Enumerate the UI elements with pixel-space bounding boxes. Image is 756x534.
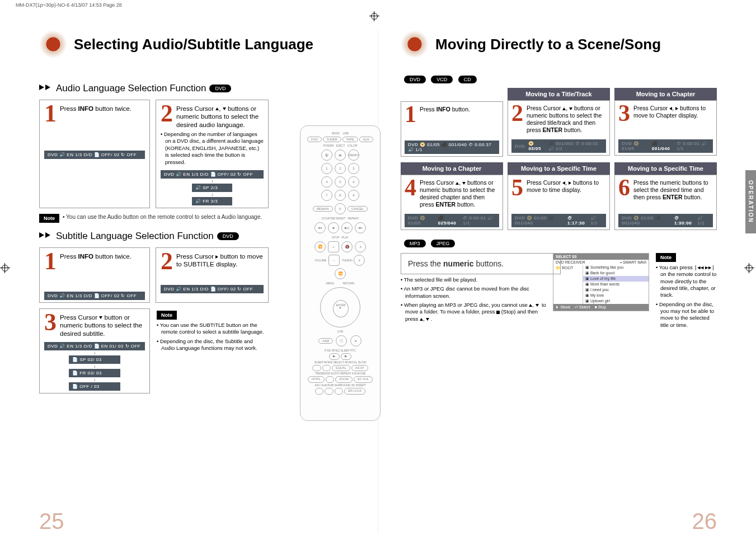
osd-display: DVD 📀 01/05 ⬛ 001/040 ⏱ 0:00:01 🔊 1/1 [618, 139, 713, 153]
audio-steps: 1 Press INFO button twice. DVD 🔊 EN 1/3 … [39, 100, 269, 208]
step-number: 2 [161, 104, 173, 124]
step-text: Press Cursor , buttons or numeric button… [176, 104, 264, 129]
osd-display: DVD 📀 03/05 ⬛ 001/002 ⏱ 0:00:01 🔊 1/1 [511, 139, 606, 153]
osd-display: 📄 SP 02/ 03 [69, 355, 120, 364]
osd-display: DVD 🔊 EN 1/3 D/D 📄 EN 01/ 03 ↻ OFF [44, 342, 145, 350]
audio-note: Note • You can use the Audio button on t… [39, 214, 269, 223]
osd-display: DVD 🔊 EN 1/3 D/D 📄 OFF/ 02 ↻ OFF [161, 285, 264, 293]
badge-dvd: DVD [209, 85, 231, 92]
note-text: • You can use the SUBTITLE button on the… [157, 322, 267, 336]
down-icon [99, 316, 102, 319]
mp3-instr-text: Press the numeric buttons. [408, 259, 553, 268]
mp3-section: Press the numeric buttons. • The selecte… [401, 253, 717, 329]
nav-pad: ▲ENTER [320, 287, 360, 327]
note-tag: Note [157, 311, 177, 320]
right-icon [215, 255, 218, 259]
mute-icon: 🔇 [341, 241, 353, 252]
mp3-bullet: • When playing an MP3 or JPEG disc, you … [401, 302, 546, 322]
page-number: 25 [39, 509, 64, 534]
skip-fwd-icon: ▶▶| [705, 264, 715, 270]
step-number: 2 [161, 251, 173, 271]
note-text: • You can use the Audio button on the re… [63, 214, 262, 220]
stop-icon: ■ [328, 222, 339, 233]
arrow-icon [39, 232, 51, 240]
step-number: 6 [618, 178, 630, 197]
badge-dvd: DVD [217, 232, 239, 240]
step-text: Press INFO button twice. [60, 104, 132, 113]
down-icon [223, 107, 226, 110]
note-text: • Depending on the disc, the Subtitle an… [157, 338, 267, 352]
remote-control-diagram: BAND USB DVDTUNERTAPEAUX POWER EJECT COL… [300, 125, 381, 421]
swirl-icon [39, 30, 67, 58]
file-list-header: SELECT 03 [553, 254, 649, 260]
title-row: Selecting Audio/Subtitle Language [39, 30, 355, 58]
scene-row-2: Moving to a Chapter 4 Press Cursor , but… [401, 162, 717, 230]
up-icon [215, 107, 219, 110]
step-text: Press Cursor button or numeric buttons t… [60, 312, 145, 338]
step-bullet: • Depending on the number of languages o… [161, 131, 264, 166]
step-text: Press Cursor , buttons to move to time d… [527, 178, 606, 194]
arrow-icon [39, 85, 51, 92]
scene-step-1: 1 Press INFO button. DVD 📀 01/05 ⬛ 001/0… [401, 101, 503, 157]
osd-display: 🔊 FR 3/3 [192, 197, 232, 205]
osd-display: 🔊 SP 2/3 [192, 184, 232, 192]
scene-step-3: 3 Press Cursor , buttons to move to Chap… [614, 100, 717, 156]
step-text: Press Cursor , buttons or numeric button… [420, 178, 499, 209]
mp3-bullet: • An MP3 or JPEG disc cannot be moved fr… [401, 285, 546, 299]
print-header: MM-DX7(1p~30p)-NO-6 4/13/07 14:53 Page 2… [0, 0, 756, 8]
step-text: Press INFO button. [420, 105, 470, 113]
next-icon: ⏭ [355, 222, 366, 233]
step-number: 1 [44, 251, 57, 271]
page-26: Moving Directly to a Scene/Song DVD VCD … [378, 30, 756, 534]
page-number: 26 [692, 509, 717, 534]
osd-display: DVD 🔊 EN 1/3 D/D 📄 OFF/ 02 ↻ OFF [44, 151, 145, 159]
osd-display: DVD 📀 01/05 ⬛ 001/040 ⏱ 0:00:37 🔊 1/1 [405, 140, 499, 154]
osd-display: DVD 📀 01/05 ⬛ 001/040 ⏱ 1:17:30 🔊 1/1 [511, 214, 606, 227]
subtitle-step-1: 1 Press INFO button twice. DVD 🔊 EN 1/3 … [39, 247, 150, 303]
disc-badges: DVD VCD CD [401, 75, 717, 83]
page-25: Selecting Audio/Subtitle Language Audio … [0, 30, 378, 534]
osd-display: DVD 📀 01/05 ⬛ 001/040 ⏱ 1:30:00 🔊 1/1 [618, 214, 713, 227]
note-tag: Note [656, 253, 676, 262]
scene-step-2: 2 Press Cursor , buttons or numeric butt… [508, 100, 610, 156]
note-text: • Depending on the disc, you may not be … [656, 301, 717, 329]
col-header: Moving to a Specific Time [614, 162, 717, 175]
step-text: Press Cursor , buttons or numeric button… [527, 104, 606, 134]
page-title: Selecting Audio/Subtitle Language [74, 36, 313, 53]
col-header: Moving to a Title/Track [508, 88, 610, 100]
section-subtitle-title: Subtitle Language Selection Function [56, 231, 214, 242]
play-icon: ▶|| [341, 222, 353, 233]
scene-step-6: 6 Press the numeric buttons to select th… [614, 175, 717, 230]
badge-cd: CD [458, 76, 477, 83]
subtitle-steps-row1: 1 Press INFO button twice. DVD 🔊 EN 1/3 … [39, 247, 269, 303]
step-text: Press the numeric buttons to select the … [633, 178, 713, 201]
rew-icon: ⏪ [314, 241, 326, 252]
col-header: Moving to a Chapter [401, 162, 503, 175]
step-number: 5 [511, 178, 523, 197]
section-audio-title: Audio Language Selection Function [56, 83, 206, 94]
right-note-block: Note • You can press |◀◀ ▶▶| on the remo… [656, 253, 717, 329]
audio-step-2: 2 Press Cursor , buttons or numeric butt… [156, 100, 269, 208]
step-number: 3 [618, 104, 630, 123]
col-header: Moving to a Specific Time [508, 162, 610, 175]
col-header: Moving to a Chapter [614, 88, 717, 100]
step-number: 1 [405, 105, 416, 124]
mp3-instruction: Press the numeric buttons. [401, 253, 561, 274]
subtitle-step-2: 2 Press Cursor button to move to SUBTITL… [156, 247, 269, 303]
ffw-icon: ⏩ [335, 268, 346, 279]
step-number: 2 [511, 104, 523, 123]
registration-mark-top [369, 11, 379, 21]
section-audio: Audio Language Selection Function DVD [39, 83, 269, 94]
step-number: 3 [44, 312, 57, 332]
subtitle-steps-row2: 3 Press Cursor button or numeric buttons… [39, 308, 269, 394]
prev-icon: ⏮ [314, 222, 326, 233]
info-icon: ⓘ [336, 335, 347, 346]
subtitle-notes: Note • You can use the SUBTITLE button o… [156, 308, 269, 394]
osd-display: DVD 🔊 EN 1/3 D/D 📄 OFF/ 02 ↻ OFF [44, 292, 145, 300]
side-tab-operation: OPERATION [745, 170, 756, 233]
osd-display: DVD 📀 01/05 ⬛ 025/040 ⏱ 0:00:01 🔊 1/1 [405, 214, 499, 227]
scene-row-1: 1 Press INFO button. DVD 📀 01/05 ⬛ 001/0… [401, 88, 717, 157]
step-number: 4 [405, 178, 416, 197]
scene-step-4: 4 Press Cursor , buttons or numeric butt… [401, 175, 503, 230]
osd-display: DVD 🔊 EN 1/3 D/D 📄 OFF/ 02 ↻ OFF [161, 170, 264, 179]
